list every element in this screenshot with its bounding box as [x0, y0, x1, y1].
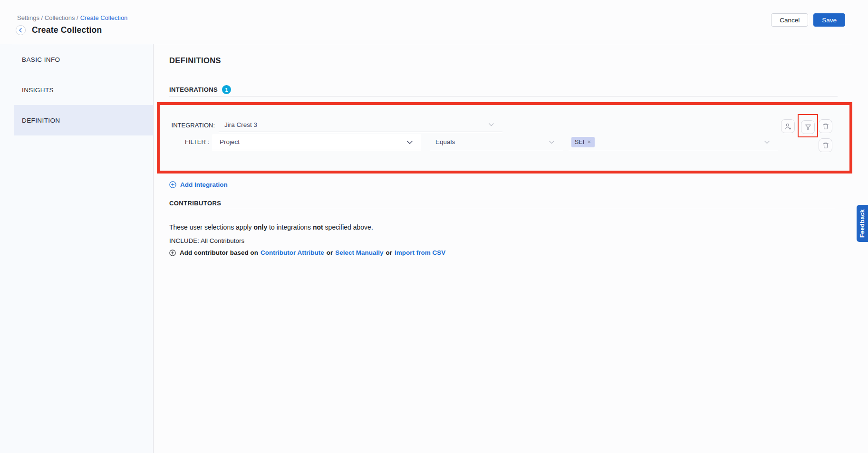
breadcrumb-prefix[interactable]: Settings / Collections / [17, 14, 78, 21]
contributors-divider [169, 208, 835, 208]
sidebar-item-insights[interactable]: INSIGHTS [14, 75, 153, 105]
back-button[interactable] [16, 25, 26, 35]
import-from-csv-link[interactable]: Import from CSV [395, 249, 445, 256]
contributor-attribute-link[interactable]: Contributor Attribute [260, 249, 324, 256]
filter-label: FILTER : [162, 138, 209, 145]
back-arrow-icon [18, 28, 23, 33]
trash-icon [822, 142, 829, 149]
include-contributors-line: INCLUDE: All Contributors [169, 237, 244, 244]
add-contributor-to-integration-button[interactable] [781, 119, 795, 133]
integration-label: INTEGRATION: [148, 122, 215, 129]
plus-circle-icon [169, 181, 176, 188]
trash-icon [822, 123, 829, 130]
integration-select-value: Jira Crest 3 [224, 121, 257, 128]
filter-value-tag: SEI ✕ [571, 137, 595, 147]
filter-field-select[interactable]: Project [212, 134, 421, 150]
contributors-section-label: CONTRIBUTORS [169, 200, 221, 207]
add-integration-label: Add Integration [180, 181, 228, 188]
add-user-icon [784, 123, 792, 130]
integrations-divider [169, 96, 838, 96]
add-integration-link[interactable]: Add Integration [169, 181, 228, 188]
sidebar-item-basic-info[interactable]: BASIC INFO [14, 44, 153, 75]
feedback-tab-label: Feedback [859, 209, 866, 238]
chevron-down-icon [407, 141, 413, 145]
page-title: Create Collection [32, 25, 102, 35]
sidebar-item-definition[interactable]: DEFINITION [14, 105, 153, 135]
title-row: Create Collection [16, 25, 102, 35]
or-text: or [386, 249, 393, 256]
filter-value-tag-label: SEI [575, 139, 584, 145]
filter-operator-select[interactable]: Equals [430, 134, 563, 150]
breadcrumb: Settings / Collections / Create Collecti… [17, 14, 127, 21]
cancel-button[interactable]: Cancel [771, 13, 808, 27]
plus-circle-icon [169, 250, 176, 256]
or-text: or [327, 249, 333, 256]
note-bold-not: not [313, 223, 323, 231]
delete-filter-row-button[interactable] [819, 119, 832, 133]
filter-operator-value: Equals [435, 138, 455, 145]
integrations-label: INTEGRATIONS [169, 86, 218, 93]
filter-values-select[interactable]: SEI ✕ [569, 134, 778, 150]
contributors-note: These user selections apply only to inte… [169, 223, 373, 231]
save-button[interactable]: Save [813, 13, 845, 27]
delete-integration-button[interactable] [819, 138, 832, 152]
settings-sidebar: BASIC INFO INSIGHTS DEFINITION [0, 44, 154, 453]
close-icon[interactable]: ✕ [587, 139, 591, 145]
breadcrumb-current: Create Collection [80, 14, 128, 21]
integration-select[interactable]: Jira Crest 3 [219, 118, 502, 132]
note-text: These user selections apply [169, 223, 253, 231]
note-text: specified above. [323, 223, 373, 231]
select-manually-link[interactable]: Select Manually [335, 249, 383, 256]
integrations-count-badge: 1 [222, 85, 231, 94]
chevron-down-icon [764, 141, 770, 144]
definitions-section-title: DEFINITIONS [169, 56, 221, 65]
add-contributor-prefix: Add contributor based on [180, 249, 258, 256]
create-collection-page: Settings / Collections / Create Collecti… [0, 0, 868, 453]
note-text: to integrations [267, 223, 313, 231]
note-bold-only: only [253, 223, 267, 231]
add-contributor-row: Add contributor based on Contributor Att… [169, 249, 445, 256]
header-actions: Cancel Save [771, 13, 845, 27]
chevron-down-icon [489, 123, 494, 126]
integrations-header: INTEGRATIONS 1 [169, 85, 231, 94]
annotation-highlight-filter-button [798, 114, 818, 137]
feedback-tab[interactable]: Feedback [857, 205, 868, 242]
filter-field-value: Project [220, 138, 240, 145]
chevron-down-icon [549, 141, 554, 144]
